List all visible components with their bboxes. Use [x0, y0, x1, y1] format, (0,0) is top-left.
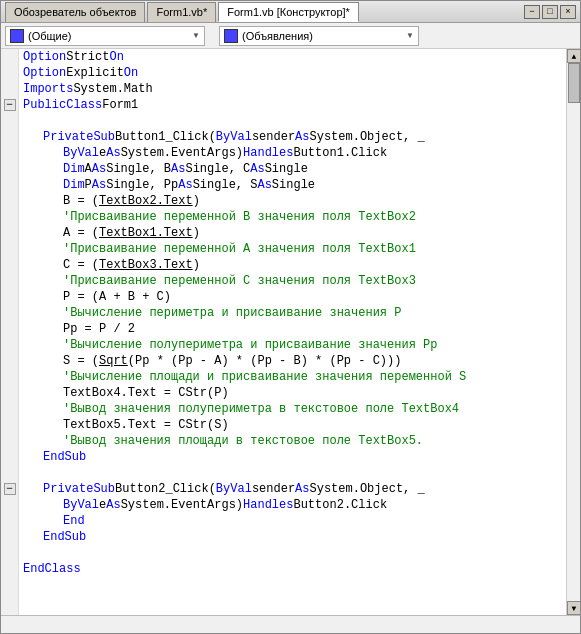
gutter-item — [1, 417, 18, 433]
gutter-item — [1, 113, 18, 129]
code-line: 'Вывод значения полупериметра в текстово… — [23, 401, 562, 417]
code-token: As — [92, 177, 106, 193]
code-line: Option Explicit On — [23, 65, 562, 81]
code-token: Button2_Click( — [115, 481, 216, 497]
gutter-item — [1, 545, 18, 561]
code-token: Button1_Click( — [115, 129, 216, 145]
code-area: −− Option Strict OnOption Explicit OnImp… — [1, 49, 580, 615]
gutter-item — [1, 193, 18, 209]
code-line: S = (Sqrt(Pp * (Pp - A) * (Pp - B) * (Pp… — [23, 353, 562, 369]
gutter-item — [1, 81, 18, 97]
code-line: C = (TextBox3.Text) — [23, 257, 562, 273]
close-button[interactable]: × — [560, 5, 576, 19]
code-line: ByVal e As System.EventArgs) Handles But… — [23, 145, 562, 161]
code-token: End — [43, 529, 65, 545]
toolbar: (Общие) ▼ (Объявления) ▼ — [1, 23, 580, 49]
gutter-item — [1, 305, 18, 321]
code-line: Public Class Form1 — [23, 97, 562, 113]
code-token: Sub — [93, 481, 115, 497]
code-token: C = ( — [63, 257, 99, 273]
gutter-item — [1, 465, 18, 481]
code-line — [23, 545, 562, 561]
gutter-item — [1, 209, 18, 225]
vertical-scrollbar[interactable]: ▲ ▼ — [566, 49, 580, 615]
gutter-item — [1, 337, 18, 353]
scope-dropdown[interactable]: (Общие) ▼ — [5, 26, 205, 46]
code-line: TextBox5.Text = CStr(S) — [23, 417, 562, 433]
scroll-down-button[interactable]: ▼ — [567, 601, 580, 615]
gutter-item — [1, 529, 18, 545]
code-token: ByVal — [63, 497, 99, 513]
code-token: e — [99, 145, 106, 161]
code-token: sender — [252, 129, 295, 145]
code-token: As — [295, 129, 309, 145]
minimize-button[interactable]: − — [524, 5, 540, 19]
code-line: TextBox4.Text = CStr(P) — [23, 385, 562, 401]
code-token: 'Вычисление полупериметра и присваивание… — [63, 337, 437, 353]
gutter-item — [1, 65, 18, 81]
code-token: ByVal — [216, 129, 252, 145]
member-dropdown-arrow: ▼ — [406, 31, 414, 40]
scroll-thumb[interactable] — [568, 63, 580, 103]
code-token: Pp = P / 2 — [63, 321, 135, 337]
code-editor[interactable]: Option Strict OnOption Explicit OnImport… — [19, 49, 566, 615]
gutter-item — [1, 177, 18, 193]
code-token: Private — [43, 481, 93, 497]
code-token: TextBox5.Text = CStr(S) — [63, 417, 229, 433]
code-line: A = (TextBox1.Text) — [23, 225, 562, 241]
gutter-item — [1, 273, 18, 289]
code-token: System.EventArgs) — [121, 145, 243, 161]
tab-form1-constructor[interactable]: Form1.vb [Конструктор]* — [218, 2, 359, 22]
code-token: As — [92, 161, 106, 177]
code-token: Handles — [243, 145, 293, 161]
code-token: Private — [43, 129, 93, 145]
code-line: 'Вычисление полупериметра и присваивание… — [23, 337, 562, 353]
code-token: e — [99, 497, 106, 513]
member-dropdown[interactable]: (Объявления) ▼ — [219, 26, 419, 46]
code-token: System.Object, _ — [310, 481, 425, 497]
main-window: Обозреватель объектов Form1.vb* Form1.vb… — [0, 0, 581, 634]
scope-dropdown-arrow: ▼ — [192, 31, 200, 40]
window-controls: − □ × — [524, 5, 576, 19]
gutter: −− — [1, 49, 19, 615]
scroll-up-button[interactable]: ▲ — [567, 49, 580, 63]
code-token: System.EventArgs) — [121, 497, 243, 513]
gutter-item — [1, 353, 18, 369]
gutter-item — [1, 449, 18, 465]
code-token: 'Присваивание переменной B значения поля… — [63, 209, 416, 225]
code-token: 'Вычисление периметра и присваивание зна… — [63, 305, 401, 321]
code-line: Pp = P / 2 — [23, 321, 562, 337]
code-line: End Sub — [23, 449, 562, 465]
code-token: As — [295, 481, 309, 497]
title-tabs: Обозреватель объектов Form1.vb* Form1.vb… — [5, 2, 359, 22]
code-line: 'Вывод значения площади в текстовое поле… — [23, 433, 562, 449]
tab-form1-constructor-label: Form1.vb [Конструктор]* — [227, 6, 350, 18]
code-line: 'Вычисление площади и присваивание значе… — [23, 369, 562, 385]
code-token: As — [257, 177, 271, 193]
gutter-item — [1, 497, 18, 513]
tab-object-browser[interactable]: Обозреватель объектов — [5, 2, 145, 22]
code-token: P = (A + B + C) — [63, 289, 171, 305]
scope-label: (Общие) — [28, 30, 72, 42]
gutter-item — [1, 289, 18, 305]
tab-form1vb[interactable]: Form1.vb* — [147, 2, 216, 22]
code-line: Dim P As Single, Pp As Single, S As Sing… — [23, 177, 562, 193]
code-token: B = ( — [63, 193, 99, 209]
code-line: B = (TextBox2.Text) — [23, 193, 562, 209]
gutter-item — [1, 161, 18, 177]
code-token: Option — [23, 49, 66, 65]
gutter-item: − — [1, 97, 18, 113]
code-token: (Pp * (Pp - A) * (Pp - B) * (Pp - C))) — [128, 353, 402, 369]
code-token: 'Вычисление площади и присваивание значе… — [63, 369, 466, 385]
gutter-item — [1, 241, 18, 257]
maximize-button[interactable]: □ — [542, 5, 558, 19]
code-token: sender — [252, 481, 295, 497]
gutter-item — [1, 369, 18, 385]
code-token: ) — [193, 193, 200, 209]
code-token: Dim — [63, 161, 85, 177]
code-token: Single, C — [185, 161, 250, 177]
code-token: Button1.Click — [293, 145, 387, 161]
code-token: Sqrt — [99, 353, 128, 369]
code-token: TextBox3.Text — [99, 257, 193, 273]
gutter-item: − — [1, 481, 18, 497]
